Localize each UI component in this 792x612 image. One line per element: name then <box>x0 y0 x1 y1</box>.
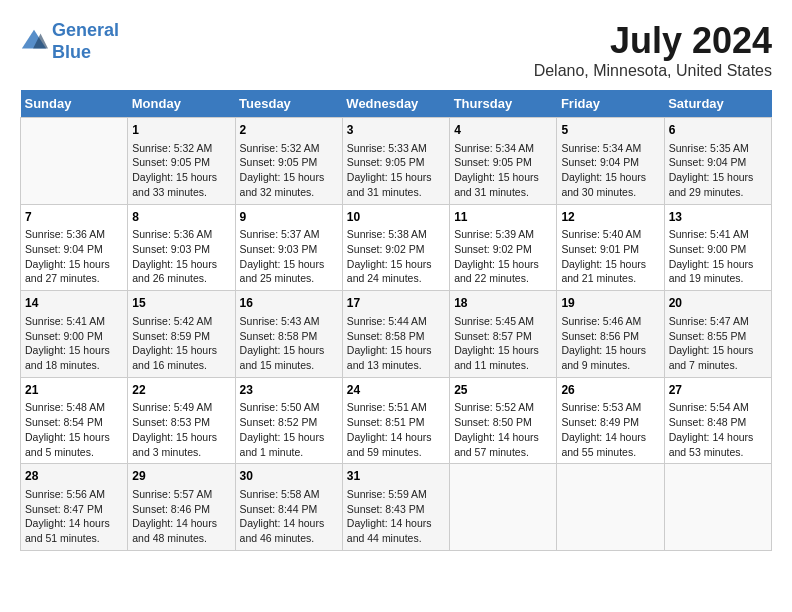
day-number: 16 <box>240 295 338 312</box>
day-header-friday: Friday <box>557 90 664 118</box>
header-row: SundayMondayTuesdayWednesdayThursdayFrid… <box>21 90 772 118</box>
logo-text: General Blue <box>52 20 119 63</box>
day-detail: Sunrise: 5:52 AM Sunset: 8:50 PM Dayligh… <box>454 400 552 459</box>
calendar-cell: 21Sunrise: 5:48 AM Sunset: 8:54 PM Dayli… <box>21 377 128 464</box>
day-number: 6 <box>669 122 767 139</box>
calendar-body: 1Sunrise: 5:32 AM Sunset: 9:05 PM Daylig… <box>21 118 772 551</box>
day-detail: Sunrise: 5:33 AM Sunset: 9:05 PM Dayligh… <box>347 141 445 200</box>
day-number: 29 <box>132 468 230 485</box>
day-number: 13 <box>669 209 767 226</box>
day-detail: Sunrise: 5:34 AM Sunset: 9:05 PM Dayligh… <box>454 141 552 200</box>
day-number: 22 <box>132 382 230 399</box>
day-header-tuesday: Tuesday <box>235 90 342 118</box>
day-number: 26 <box>561 382 659 399</box>
day-detail: Sunrise: 5:58 AM Sunset: 8:44 PM Dayligh… <box>240 487 338 546</box>
day-detail: Sunrise: 5:36 AM Sunset: 9:03 PM Dayligh… <box>132 227 230 286</box>
calendar-cell: 18Sunrise: 5:45 AM Sunset: 8:57 PM Dayli… <box>450 291 557 378</box>
week-row-1: 1Sunrise: 5:32 AM Sunset: 9:05 PM Daylig… <box>21 118 772 205</box>
page-header: General Blue July 2024 Delano, Minnesota… <box>20 20 772 80</box>
calendar-cell: 19Sunrise: 5:46 AM Sunset: 8:56 PM Dayli… <box>557 291 664 378</box>
day-detail: Sunrise: 5:44 AM Sunset: 8:58 PM Dayligh… <box>347 314 445 373</box>
calendar-header: SundayMondayTuesdayWednesdayThursdayFrid… <box>21 90 772 118</box>
day-number: 19 <box>561 295 659 312</box>
day-number: 15 <box>132 295 230 312</box>
day-number: 11 <box>454 209 552 226</box>
calendar-cell: 2Sunrise: 5:32 AM Sunset: 9:05 PM Daylig… <box>235 118 342 205</box>
calendar-cell: 28Sunrise: 5:56 AM Sunset: 8:47 PM Dayli… <box>21 464 128 551</box>
day-number: 9 <box>240 209 338 226</box>
day-detail: Sunrise: 5:51 AM Sunset: 8:51 PM Dayligh… <box>347 400 445 459</box>
day-detail: Sunrise: 5:53 AM Sunset: 8:49 PM Dayligh… <box>561 400 659 459</box>
calendar-cell: 5Sunrise: 5:34 AM Sunset: 9:04 PM Daylig… <box>557 118 664 205</box>
day-number: 25 <box>454 382 552 399</box>
day-detail: Sunrise: 5:37 AM Sunset: 9:03 PM Dayligh… <box>240 227 338 286</box>
day-header-thursday: Thursday <box>450 90 557 118</box>
day-header-wednesday: Wednesday <box>342 90 449 118</box>
calendar-cell: 17Sunrise: 5:44 AM Sunset: 8:58 PM Dayli… <box>342 291 449 378</box>
calendar-cell: 8Sunrise: 5:36 AM Sunset: 9:03 PM Daylig… <box>128 204 235 291</box>
day-detail: Sunrise: 5:35 AM Sunset: 9:04 PM Dayligh… <box>669 141 767 200</box>
day-detail: Sunrise: 5:41 AM Sunset: 9:00 PM Dayligh… <box>669 227 767 286</box>
day-detail: Sunrise: 5:48 AM Sunset: 8:54 PM Dayligh… <box>25 400 123 459</box>
day-detail: Sunrise: 5:34 AM Sunset: 9:04 PM Dayligh… <box>561 141 659 200</box>
day-number: 7 <box>25 209 123 226</box>
calendar-table: SundayMondayTuesdayWednesdayThursdayFrid… <box>20 90 772 551</box>
calendar-cell: 9Sunrise: 5:37 AM Sunset: 9:03 PM Daylig… <box>235 204 342 291</box>
day-detail: Sunrise: 5:45 AM Sunset: 8:57 PM Dayligh… <box>454 314 552 373</box>
calendar-cell: 10Sunrise: 5:38 AM Sunset: 9:02 PM Dayli… <box>342 204 449 291</box>
calendar-cell: 16Sunrise: 5:43 AM Sunset: 8:58 PM Dayli… <box>235 291 342 378</box>
calendar-cell <box>21 118 128 205</box>
calendar-cell: 4Sunrise: 5:34 AM Sunset: 9:05 PM Daylig… <box>450 118 557 205</box>
calendar-cell: 20Sunrise: 5:47 AM Sunset: 8:55 PM Dayli… <box>664 291 771 378</box>
day-detail: Sunrise: 5:38 AM Sunset: 9:02 PM Dayligh… <box>347 227 445 286</box>
day-detail: Sunrise: 5:39 AM Sunset: 9:02 PM Dayligh… <box>454 227 552 286</box>
day-detail: Sunrise: 5:54 AM Sunset: 8:48 PM Dayligh… <box>669 400 767 459</box>
calendar-cell: 13Sunrise: 5:41 AM Sunset: 9:00 PM Dayli… <box>664 204 771 291</box>
day-number: 24 <box>347 382 445 399</box>
day-header-monday: Monday <box>128 90 235 118</box>
subtitle: Delano, Minnesota, United States <box>534 62 772 80</box>
day-detail: Sunrise: 5:41 AM Sunset: 9:00 PM Dayligh… <box>25 314 123 373</box>
calendar-cell: 11Sunrise: 5:39 AM Sunset: 9:02 PM Dayli… <box>450 204 557 291</box>
calendar-cell <box>664 464 771 551</box>
calendar-cell: 22Sunrise: 5:49 AM Sunset: 8:53 PM Dayli… <box>128 377 235 464</box>
day-number: 1 <box>132 122 230 139</box>
calendar-cell: 31Sunrise: 5:59 AM Sunset: 8:43 PM Dayli… <box>342 464 449 551</box>
day-number: 12 <box>561 209 659 226</box>
calendar-cell <box>450 464 557 551</box>
day-detail: Sunrise: 5:56 AM Sunset: 8:47 PM Dayligh… <box>25 487 123 546</box>
day-number: 5 <box>561 122 659 139</box>
day-number: 4 <box>454 122 552 139</box>
day-detail: Sunrise: 5:46 AM Sunset: 8:56 PM Dayligh… <box>561 314 659 373</box>
day-number: 2 <box>240 122 338 139</box>
title-block: July 2024 Delano, Minnesota, United Stat… <box>534 20 772 80</box>
day-number: 20 <box>669 295 767 312</box>
calendar-cell: 6Sunrise: 5:35 AM Sunset: 9:04 PM Daylig… <box>664 118 771 205</box>
day-detail: Sunrise: 5:42 AM Sunset: 8:59 PM Dayligh… <box>132 314 230 373</box>
day-number: 23 <box>240 382 338 399</box>
day-number: 3 <box>347 122 445 139</box>
day-number: 8 <box>132 209 230 226</box>
calendar-cell: 7Sunrise: 5:36 AM Sunset: 9:04 PM Daylig… <box>21 204 128 291</box>
week-row-3: 14Sunrise: 5:41 AM Sunset: 9:00 PM Dayli… <box>21 291 772 378</box>
calendar-cell: 27Sunrise: 5:54 AM Sunset: 8:48 PM Dayli… <box>664 377 771 464</box>
calendar-cell: 12Sunrise: 5:40 AM Sunset: 9:01 PM Dayli… <box>557 204 664 291</box>
calendar-cell: 14Sunrise: 5:41 AM Sunset: 9:00 PM Dayli… <box>21 291 128 378</box>
calendar-cell: 1Sunrise: 5:32 AM Sunset: 9:05 PM Daylig… <box>128 118 235 205</box>
day-detail: Sunrise: 5:57 AM Sunset: 8:46 PM Dayligh… <box>132 487 230 546</box>
calendar-cell <box>557 464 664 551</box>
day-number: 28 <box>25 468 123 485</box>
logo-icon <box>20 28 48 56</box>
day-detail: Sunrise: 5:32 AM Sunset: 9:05 PM Dayligh… <box>240 141 338 200</box>
day-detail: Sunrise: 5:43 AM Sunset: 8:58 PM Dayligh… <box>240 314 338 373</box>
calendar-cell: 3Sunrise: 5:33 AM Sunset: 9:05 PM Daylig… <box>342 118 449 205</box>
main-title: July 2024 <box>534 20 772 62</box>
logo: General Blue <box>20 20 119 63</box>
day-detail: Sunrise: 5:32 AM Sunset: 9:05 PM Dayligh… <box>132 141 230 200</box>
day-number: 17 <box>347 295 445 312</box>
calendar-cell: 15Sunrise: 5:42 AM Sunset: 8:59 PM Dayli… <box>128 291 235 378</box>
calendar-cell: 25Sunrise: 5:52 AM Sunset: 8:50 PM Dayli… <box>450 377 557 464</box>
calendar-cell: 23Sunrise: 5:50 AM Sunset: 8:52 PM Dayli… <box>235 377 342 464</box>
day-header-saturday: Saturday <box>664 90 771 118</box>
calendar-cell: 29Sunrise: 5:57 AM Sunset: 8:46 PM Dayli… <box>128 464 235 551</box>
